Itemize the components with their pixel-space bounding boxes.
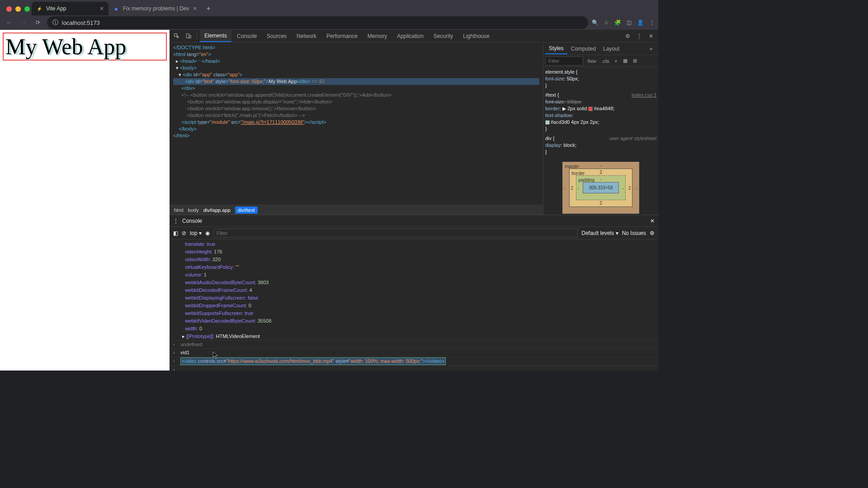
cls-toggle[interactable]: .cls <box>600 58 611 64</box>
forward-button[interactable]: → <box>18 17 29 28</box>
tab-security[interactable]: Security <box>429 31 458 42</box>
device-toggle-icon[interactable] <box>183 31 194 42</box>
tab-memory[interactable]: Memory <box>363 31 392 42</box>
crumb-html[interactable]: html <box>174 207 184 213</box>
console-return: ‹undefined <box>170 340 658 348</box>
dom-node[interactable]: <!DOCTYPE html> <box>173 45 215 50</box>
tab-sources[interactable]: Sources <box>262 31 291 42</box>
browser-tab[interactable]: ◆ Fix memory problems | Dev ✕ <box>108 2 202 15</box>
tab-styles[interactable]: Styles <box>545 43 567 54</box>
console-output[interactable]: translate: true videoHeight: 176 videoWi… <box>170 239 658 371</box>
console-settings-icon[interactable]: ⚙ <box>650 230 655 236</box>
source-link[interactable]: index.css:1 <box>632 92 656 99</box>
dom-node[interactable]: <body> <box>180 65 197 70</box>
grid-icon[interactable]: ⊞ <box>631 58 639 64</box>
heading-text: My Web App <box>5 33 164 60</box>
site-info-icon[interactable]: ⓘ <box>52 19 58 27</box>
toolbar: ← → ⟳ ⓘ localhost:5173 🔍 ☆ 🧩 ◫ 👤 ⋮ <box>0 15 658 30</box>
menu-icon[interactable]: ⋮ <box>649 19 655 26</box>
drawer-header: ⋮ Console ✕ <box>170 215 658 227</box>
maximize-window[interactable] <box>24 6 30 12</box>
eye-icon[interactable]: ◉ <box>205 230 210 236</box>
tab-computed[interactable]: Computed <box>567 44 599 54</box>
vite-favicon: ⚡ <box>36 5 42 12</box>
settings-icon[interactable]: ⚙ <box>622 31 633 42</box>
devtools: Elements Console Sources Network Perform… <box>170 30 658 371</box>
levels-selector[interactable]: Default levels ▾ <box>581 230 618 236</box>
close-drawer-icon[interactable]: ✕ <box>650 218 655 224</box>
tab-layout[interactable]: Layout <box>599 44 623 54</box>
selector[interactable]: div { <box>545 135 555 142</box>
close-tab-icon[interactable]: ✕ <box>99 5 104 12</box>
tab-application[interactable]: Application <box>392 31 428 42</box>
console-prompt[interactable]: › <box>170 366 658 371</box>
more-icon[interactable]: ⋮ <box>634 31 645 42</box>
dom-node[interactable]: <html lang="en"> <box>173 52 211 57</box>
elements-panel: <!DOCTYPE html> <html lang="en"> ▸ <head… <box>170 42 543 215</box>
page-viewport: My Web App <box>0 30 170 371</box>
dom-node[interactable]: <div id="app" class="app"> <box>183 72 242 77</box>
flex-icon[interactable]: ▦ <box>621 58 629 64</box>
clear-console-icon[interactable]: ⊘ <box>182 230 186 236</box>
back-button[interactable]: ← <box>4 17 14 28</box>
dom-node[interactable]: </div> <box>181 85 195 91</box>
more-tabs-icon[interactable]: » <box>646 43 656 54</box>
dom-node[interactable]: </html> <box>173 133 190 138</box>
styles-filter-input[interactable] <box>545 56 583 66</box>
hov-toggle[interactable]: :hov <box>585 58 598 64</box>
minimize-window[interactable] <box>15 6 21 12</box>
dom-comment[interactable]: <!-- <button onclick='window.app.appendC… <box>181 92 392 98</box>
drawer-tab-console[interactable]: Console <box>182 218 202 224</box>
close-window[interactable] <box>6 6 12 12</box>
zoom-icon[interactable]: 🔍 <box>592 19 599 26</box>
inspect-icon[interactable] <box>171 31 182 42</box>
dom-comment[interactable]: <button onclick='window.app.remove();'>R… <box>181 106 316 111</box>
dom-comment[interactable]: <button onclick='window.app.style.displa… <box>181 99 332 104</box>
dom-comment[interactable]: <button onclick='fetch("./main.js")'>Fet… <box>181 113 305 118</box>
new-tab-button[interactable]: + <box>202 2 215 15</box>
close-devtools-icon[interactable]: ✕ <box>646 31 656 42</box>
tab-elements[interactable]: Elements <box>200 30 231 42</box>
styles-body[interactable]: element.style { font-size: 50px; } #text… <box>543 67 658 215</box>
tab-console[interactable]: Console <box>232 31 261 42</box>
bookmark-icon[interactable]: ☆ <box>604 19 609 26</box>
styles-tabs: Styles Computed Layout » <box>543 42 658 55</box>
breadcrumb: html body div#app.app div#text <box>170 205 543 215</box>
crumb-app[interactable]: div#app.app <box>203 207 231 213</box>
new-rule-icon[interactable]: + <box>613 58 619 64</box>
tab-network[interactable]: Network <box>292 31 321 42</box>
sidebar-toggle-icon[interactable]: ◧ <box>173 230 178 236</box>
sidepanel-icon[interactable]: ◫ <box>627 19 632 26</box>
source-label: user agent stylesheet <box>609 135 656 142</box>
console-filter-input[interactable] <box>213 229 578 238</box>
app-container: My Web App <box>3 33 167 61</box>
devtools-body: <!DOCTYPE html> <html lang="en"> ▸ <head… <box>170 42 658 215</box>
console-return-element[interactable]: ‹<video controls src="https://www.w3scho… <box>170 357 658 366</box>
close-tab-icon[interactable]: ✕ <box>193 5 197 12</box>
profile-icon[interactable]: 👤 <box>637 19 644 26</box>
address-bar[interactable]: ⓘ localhost:5173 <box>47 16 588 29</box>
selector[interactable]: #text { <box>545 92 559 99</box>
dom-tree[interactable]: <!DOCTYPE html> <html lang="en"> ▸ <head… <box>170 42 543 205</box>
dom-node[interactable]: </body> <box>179 126 197 131</box>
dom-node[interactable]: <head> <box>180 58 197 64</box>
context-selector[interactable]: top ▾ <box>190 230 202 236</box>
selector[interactable]: element.style { <box>545 69 656 75</box>
url-text: localhost:5173 <box>62 19 100 26</box>
browser-tab-active[interactable]: ⚡ Vite App ✕ <box>32 2 108 15</box>
dom-node-selected[interactable]: ⋯ <div id="text" style="font-size: 50px;… <box>173 78 539 85</box>
box-model[interactable]: margin--- border2222 padding--- 309.333×… <box>545 158 656 215</box>
chrome-favicon: ◆ <box>113 5 119 12</box>
issues-badge[interactable]: No Issues <box>622 230 646 236</box>
extensions-icon[interactable]: 🧩 <box>614 19 621 26</box>
console-toolbar: ◧ ⊘ top ▾ ◉ Default levels ▾ No Issues ⚙ <box>170 227 658 239</box>
tab-lighthouse[interactable]: Lighthouse <box>458 31 494 42</box>
main-area: My Web App Elements Console Sources Netw… <box>0 30 658 371</box>
drawer-menu-icon[interactable]: ⋮ <box>173 218 179 224</box>
crumb-selected[interactable]: div#text <box>235 206 258 214</box>
reload-button[interactable]: ⟳ <box>33 17 43 28</box>
dom-node[interactable]: <script type="module" src="/main.js?t=17… <box>181 119 326 125</box>
crumb-body[interactable]: body <box>188 207 199 213</box>
browser-chrome: ⚡ Vite App ✕ ◆ Fix memory problems | Dev… <box>0 0 658 30</box>
tab-performance[interactable]: Performance <box>322 31 362 42</box>
